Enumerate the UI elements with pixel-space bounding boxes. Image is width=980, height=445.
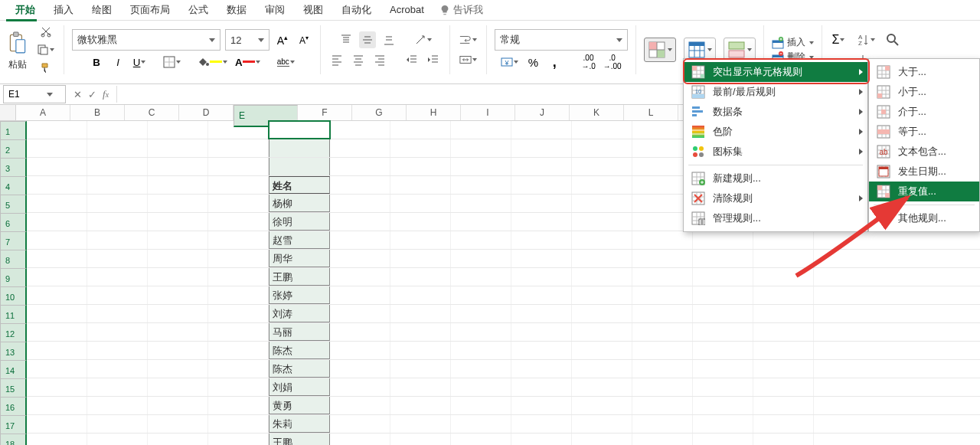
cf-menu-data-bars[interactable]: 数据条 (684, 102, 867, 122)
cell-G4[interactable] (390, 176, 451, 194)
cell-G10[interactable] (390, 286, 451, 304)
cell-E4[interactable]: 姓名 (269, 176, 330, 194)
cell-C16[interactable] (148, 397, 208, 414)
tab-insert[interactable]: 插入 (44, 1, 83, 20)
column-header-L[interactable]: L (624, 105, 678, 120)
cell-D5[interactable] (208, 195, 269, 212)
tab-view[interactable]: 视图 (294, 1, 332, 20)
cell-M15[interactable] (753, 378, 814, 396)
font-color-button[interactable]: A (234, 54, 262, 70)
cell-J15[interactable] (572, 378, 632, 396)
cell-H17[interactable] (451, 415, 511, 433)
cell-G7[interactable] (390, 231, 451, 249)
cell-E10[interactable]: 张婷 (269, 286, 330, 304)
cell-C3[interactable] (148, 158, 208, 175)
cell-J4[interactable] (572, 176, 632, 194)
cell-C12[interactable] (148, 323, 208, 341)
cell-L7[interactable] (693, 231, 753, 249)
cell-L13[interactable] (693, 342, 753, 359)
cell-I1[interactable] (511, 121, 572, 139)
cell-H7[interactable] (451, 231, 511, 249)
insert-cells-button[interactable]: 插入 (772, 36, 814, 49)
cell-G16[interactable] (390, 397, 451, 414)
cell-A2[interactable] (27, 139, 87, 157)
cell-D14[interactable] (208, 360, 269, 378)
cell-G12[interactable] (390, 323, 451, 341)
cell-K15[interactable] (632, 378, 693, 396)
cell-L9[interactable] (693, 268, 753, 286)
cell-L11[interactable] (693, 305, 753, 322)
percent-format-button[interactable]: % (524, 54, 541, 70)
cell-H16[interactable] (451, 397, 511, 414)
cell-L18[interactable] (693, 434, 753, 445)
cell-L17[interactable] (693, 415, 753, 433)
borders-button[interactable] (162, 54, 182, 70)
cell-H5[interactable] (451, 195, 511, 212)
cell-D15[interactable] (208, 378, 269, 396)
cell-B8[interactable] (87, 250, 148, 267)
increase-font-button[interactable]: A▴ (274, 31, 291, 48)
cell-E14[interactable]: 陈杰 (269, 360, 330, 378)
cell-A14[interactable] (27, 360, 87, 378)
comma-format-button[interactable]: , (546, 54, 563, 70)
cell-B3[interactable] (87, 158, 148, 175)
cf-menu-clear-rules[interactable]: 清除规则 (684, 188, 867, 208)
cut-button[interactable] (35, 23, 56, 40)
insert-function-icon[interactable]: fx (103, 88, 109, 100)
cell-J5[interactable] (572, 195, 632, 212)
cell-B16[interactable] (87, 397, 148, 414)
cell-B7[interactable] (87, 231, 148, 249)
column-header-F[interactable]: F (298, 105, 352, 120)
cell-K8[interactable] (632, 250, 693, 267)
copy-button[interactable] (35, 41, 56, 58)
cell-I13[interactable] (511, 342, 572, 359)
cell-J17[interactable] (572, 415, 632, 433)
hl-menu-between[interactable]: 介于... (869, 102, 979, 122)
cell-J14[interactable] (572, 360, 632, 378)
cell-D7[interactable] (208, 231, 269, 249)
column-header-D[interactable]: D (179, 105, 234, 120)
cell-A8[interactable] (27, 250, 87, 267)
font-name-select[interactable]: 微软雅黑 (72, 29, 220, 51)
cell-M14[interactable] (753, 360, 814, 378)
cell-D17[interactable] (208, 415, 269, 433)
cell-B5[interactable] (87, 195, 148, 212)
cell-B2[interactable] (87, 139, 148, 157)
cell-M17[interactable] (753, 415, 814, 433)
cell-F1[interactable] (330, 121, 390, 139)
tab-acrobat[interactable]: Acrobat (381, 2, 433, 18)
cell-I15[interactable] (511, 378, 572, 396)
cell-A15[interactable] (27, 378, 87, 396)
cell-J6[interactable] (572, 213, 632, 231)
cell-D8[interactable] (208, 250, 269, 267)
align-top-button[interactable] (338, 31, 354, 48)
cell-C6[interactable] (148, 213, 208, 231)
cell-I17[interactable] (511, 415, 572, 433)
cell-J8[interactable] (572, 250, 632, 267)
cell-M16[interactable] (753, 397, 814, 414)
cell-D3[interactable] (208, 158, 269, 175)
cf-menu-manage-rules[interactable]: 管理规则... (684, 208, 867, 228)
cell-E18[interactable]: 王鹏 (269, 434, 330, 445)
cell-I8[interactable] (511, 250, 572, 267)
increase-indent-button[interactable] (425, 51, 442, 68)
cell-J1[interactable] (572, 121, 632, 139)
cell-G9[interactable] (390, 268, 451, 286)
cell-E1[interactable] (269, 121, 330, 139)
cell-H12[interactable] (451, 323, 511, 341)
font-size-select[interactable]: 12 (225, 29, 270, 51)
cell-F17[interactable] (330, 415, 390, 433)
cell-B4[interactable] (87, 176, 148, 194)
name-box-input[interactable] (7, 88, 44, 100)
cell-F14[interactable] (330, 360, 390, 378)
cell-I11[interactable] (511, 305, 572, 322)
cell-F4[interactable] (330, 176, 390, 194)
cell-C13[interactable] (148, 342, 208, 359)
cell-H3[interactable] (451, 158, 511, 175)
cell-H15[interactable] (451, 378, 511, 396)
name-box[interactable] (3, 85, 66, 103)
cell-A6[interactable] (27, 213, 87, 231)
cf-menu-hl-cells[interactable]: 突出显示单元格规则 (684, 62, 867, 82)
cell-I10[interactable] (511, 286, 572, 304)
cell-J11[interactable] (572, 305, 632, 322)
